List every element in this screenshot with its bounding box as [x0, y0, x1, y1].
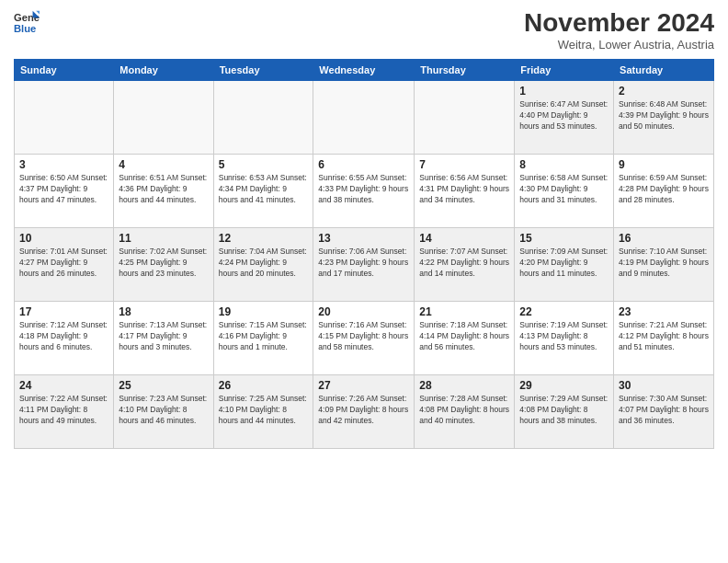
calendar-cell: 7Sunrise: 6:56 AM Sunset: 4:31 PM Daylig…: [415, 154, 515, 227]
day-number: 16: [619, 232, 709, 245]
logo-icon: General Blue: [14, 9, 40, 35]
day-number: 18: [119, 305, 208, 318]
calendar-header-row: Sunday Monday Tuesday Wednesday Thursday…: [15, 59, 714, 80]
day-info: Sunrise: 7:26 AM Sunset: 4:09 PM Dayligh…: [318, 394, 409, 427]
calendar-cell: 16Sunrise: 7:10 AM Sunset: 4:19 PM Dayli…: [614, 227, 714, 301]
calendar-cell: 17Sunrise: 7:12 AM Sunset: 4:18 PM Dayli…: [15, 301, 114, 374]
calendar-cell: 6Sunrise: 6:55 AM Sunset: 4:33 PM Daylig…: [313, 154, 415, 227]
day-info: Sunrise: 7:09 AM Sunset: 4:20 PM Dayligh…: [519, 247, 609, 280]
calendar-week-0: 1Sunrise: 6:47 AM Sunset: 4:40 PM Daylig…: [15, 80, 714, 154]
day-info: Sunrise: 7:18 AM Sunset: 4:14 PM Dayligh…: [419, 320, 509, 353]
calendar-table: Sunday Monday Tuesday Wednesday Thursday…: [14, 59, 714, 449]
day-info: Sunrise: 7:06 AM Sunset: 4:23 PM Dayligh…: [318, 247, 409, 280]
col-wednesday: Wednesday: [313, 59, 415, 80]
day-info: Sunrise: 6:50 AM Sunset: 4:37 PM Dayligh…: [19, 173, 108, 206]
day-info: Sunrise: 6:47 AM Sunset: 4:40 PM Dayligh…: [519, 99, 609, 132]
calendar-cell: 9Sunrise: 6:59 AM Sunset: 4:28 PM Daylig…: [614, 154, 714, 227]
day-number: 28: [419, 379, 509, 392]
location: Weitra, Lower Austria, Austria: [524, 38, 714, 52]
page-container: General Blue November 2024 Weitra, Lower…: [0, 0, 728, 563]
calendar-cell: 10Sunrise: 7:01 AM Sunset: 4:27 PM Dayli…: [15, 227, 114, 301]
day-info: Sunrise: 6:55 AM Sunset: 4:33 PM Dayligh…: [318, 173, 409, 206]
day-info: Sunrise: 6:58 AM Sunset: 4:30 PM Dayligh…: [519, 173, 609, 206]
month-title: November 2024: [524, 9, 714, 38]
day-info: Sunrise: 7:21 AM Sunset: 4:12 PM Dayligh…: [619, 320, 709, 353]
col-sunday: Sunday: [15, 59, 114, 80]
header-section: General Blue November 2024 Weitra, Lower…: [14, 9, 714, 52]
calendar-cell: 28Sunrise: 7:28 AM Sunset: 4:08 PM Dayli…: [415, 374, 515, 448]
day-number: 15: [519, 232, 609, 245]
calendar-cell: 20Sunrise: 7:16 AM Sunset: 4:15 PM Dayli…: [313, 301, 415, 374]
day-number: 26: [219, 379, 309, 392]
day-info: Sunrise: 7:02 AM Sunset: 4:25 PM Dayligh…: [119, 247, 208, 280]
day-info: Sunrise: 6:59 AM Sunset: 4:28 PM Dayligh…: [619, 173, 709, 206]
day-number: 2: [619, 85, 709, 98]
calendar-cell: 19Sunrise: 7:15 AM Sunset: 4:16 PM Dayli…: [213, 301, 313, 374]
day-info: Sunrise: 6:51 AM Sunset: 4:36 PM Dayligh…: [119, 173, 208, 206]
day-info: Sunrise: 7:01 AM Sunset: 4:27 PM Dayligh…: [19, 247, 108, 280]
calendar-cell: [213, 80, 313, 154]
day-info: Sunrise: 7:19 AM Sunset: 4:13 PM Dayligh…: [519, 320, 609, 353]
day-number: 27: [318, 379, 409, 392]
day-number: 19: [219, 305, 309, 318]
day-number: 20: [318, 305, 409, 318]
day-info: Sunrise: 6:53 AM Sunset: 4:34 PM Dayligh…: [219, 173, 309, 206]
day-info: Sunrise: 7:04 AM Sunset: 4:24 PM Dayligh…: [219, 247, 309, 280]
calendar-cell: 3Sunrise: 6:50 AM Sunset: 4:37 PM Daylig…: [15, 154, 114, 227]
day-number: 24: [19, 379, 108, 392]
calendar-cell: 27Sunrise: 7:26 AM Sunset: 4:09 PM Dayli…: [313, 374, 415, 448]
day-number: 11: [119, 232, 208, 245]
calendar-cell: [114, 80, 213, 154]
day-number: 21: [419, 305, 509, 318]
day-info: Sunrise: 7:28 AM Sunset: 4:08 PM Dayligh…: [419, 394, 509, 427]
calendar-cell: 11Sunrise: 7:02 AM Sunset: 4:25 PM Dayli…: [114, 227, 213, 301]
svg-text:Blue: Blue: [14, 23, 36, 34]
day-number: 10: [19, 232, 108, 245]
calendar-cell: 22Sunrise: 7:19 AM Sunset: 4:13 PM Dayli…: [515, 301, 614, 374]
calendar-cell: 12Sunrise: 7:04 AM Sunset: 4:24 PM Dayli…: [213, 227, 313, 301]
day-info: Sunrise: 7:30 AM Sunset: 4:07 PM Dayligh…: [619, 394, 709, 427]
day-info: Sunrise: 7:25 AM Sunset: 4:10 PM Dayligh…: [219, 394, 309, 427]
calendar-cell: 13Sunrise: 7:06 AM Sunset: 4:23 PM Dayli…: [313, 227, 415, 301]
calendar-cell: 15Sunrise: 7:09 AM Sunset: 4:20 PM Dayli…: [515, 227, 614, 301]
calendar-cell: [415, 80, 515, 154]
calendar-cell: 1Sunrise: 6:47 AM Sunset: 4:40 PM Daylig…: [515, 80, 614, 154]
day-info: Sunrise: 7:15 AM Sunset: 4:16 PM Dayligh…: [219, 320, 309, 353]
day-number: 5: [219, 158, 309, 171]
calendar-cell: 25Sunrise: 7:23 AM Sunset: 4:10 PM Dayli…: [114, 374, 213, 448]
calendar-cell: 23Sunrise: 7:21 AM Sunset: 4:12 PM Dayli…: [614, 301, 714, 374]
day-number: 22: [519, 305, 609, 318]
calendar-cell: 2Sunrise: 6:48 AM Sunset: 4:39 PM Daylig…: [614, 80, 714, 154]
calendar-cell: [15, 80, 114, 154]
calendar-cell: 30Sunrise: 7:30 AM Sunset: 4:07 PM Dayli…: [614, 374, 714, 448]
day-info: Sunrise: 7:29 AM Sunset: 4:08 PM Dayligh…: [519, 394, 609, 427]
day-number: 7: [419, 158, 509, 171]
calendar-cell: 18Sunrise: 7:13 AM Sunset: 4:17 PM Dayli…: [114, 301, 213, 374]
day-info: Sunrise: 7:16 AM Sunset: 4:15 PM Dayligh…: [318, 320, 409, 353]
calendar-body: 1Sunrise: 6:47 AM Sunset: 4:40 PM Daylig…: [15, 80, 714, 448]
col-monday: Monday: [114, 59, 213, 80]
calendar-cell: 5Sunrise: 6:53 AM Sunset: 4:34 PM Daylig…: [213, 154, 313, 227]
day-info: Sunrise: 7:23 AM Sunset: 4:10 PM Dayligh…: [119, 394, 208, 427]
day-number: 17: [19, 305, 108, 318]
day-number: 4: [119, 158, 208, 171]
day-number: 12: [219, 232, 309, 245]
day-number: 29: [519, 379, 609, 392]
calendar-cell: 8Sunrise: 6:58 AM Sunset: 4:30 PM Daylig…: [515, 154, 614, 227]
logo: General Blue: [14, 9, 40, 35]
day-info: Sunrise: 7:13 AM Sunset: 4:17 PM Dayligh…: [119, 320, 208, 353]
col-thursday: Thursday: [415, 59, 515, 80]
calendar-cell: 14Sunrise: 7:07 AM Sunset: 4:22 PM Dayli…: [415, 227, 515, 301]
day-number: 23: [619, 305, 709, 318]
calendar-cell: 21Sunrise: 7:18 AM Sunset: 4:14 PM Dayli…: [415, 301, 515, 374]
calendar-week-1: 3Sunrise: 6:50 AM Sunset: 4:37 PM Daylig…: [15, 154, 714, 227]
calendar-cell: 24Sunrise: 7:22 AM Sunset: 4:11 PM Dayli…: [15, 374, 114, 448]
day-number: 13: [318, 232, 409, 245]
day-number: 30: [619, 379, 709, 392]
title-section: November 2024 Weitra, Lower Austria, Aus…: [524, 9, 714, 52]
day-number: 3: [19, 158, 108, 171]
day-info: Sunrise: 7:07 AM Sunset: 4:22 PM Dayligh…: [419, 247, 509, 280]
calendar-cell: 26Sunrise: 7:25 AM Sunset: 4:10 PM Dayli…: [213, 374, 313, 448]
day-info: Sunrise: 7:22 AM Sunset: 4:11 PM Dayligh…: [19, 394, 108, 427]
calendar-cell: [313, 80, 415, 154]
